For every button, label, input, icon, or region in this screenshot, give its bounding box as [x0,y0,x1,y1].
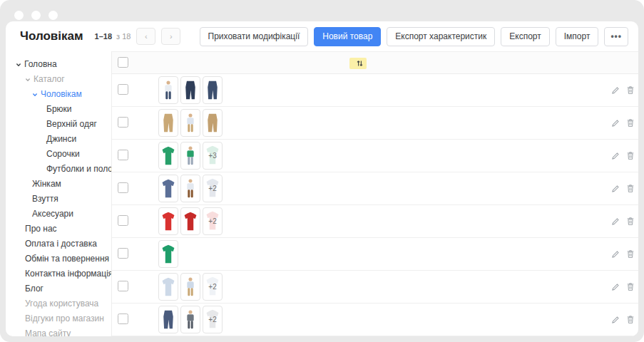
product-photo-thumb[interactable] [180,142,200,170]
sidebar-item-label: Про нас [25,224,57,234]
sidebar-item-сорочки[interactable]: Сорочки [6,146,111,161]
brand-cell [538,205,572,238]
row-checkbox[interactable] [118,248,128,259]
column-header-відображати[interactable] [469,52,503,74]
sidebar-item-угода-користувача[interactable]: Угода користувача [6,296,111,311]
sidebar-item-взуття[interactable]: Взуття [6,191,111,206]
product-photo-thumb[interactable] [158,109,178,137]
edit-icon[interactable] [611,119,620,128]
more-photos-thumb[interactable]: +2 [203,273,223,301]
sidebar-item-каталог[interactable]: Каталог [6,71,111,86]
row-checkbox[interactable] [118,314,128,324]
next-page-button[interactable]: › [161,28,180,45]
product-photo-thumb[interactable] [158,175,178,202]
product-photo-thumb[interactable] [180,207,200,235]
sidebar-item-джинси[interactable]: Джинси [6,131,111,146]
row-checkbox[interactable] [118,215,128,226]
import-button[interactable]: Імпорт [556,27,599,46]
edit-icon[interactable] [611,250,620,259]
product-photo-thumb[interactable] [158,240,178,268]
delete-icon[interactable] [626,151,635,160]
column-header-бренд[interactable] [538,52,572,74]
export-button[interactable]: Експорт [501,27,549,46]
product-photo-thumb[interactable] [158,142,178,170]
sidebar-item-label: Аксесуари [32,209,73,219]
pagination: 1–18 з 18 ‹ › [95,28,181,45]
pants-icon [160,308,176,331]
column-header-валюта[interactable] [446,52,469,74]
template-cell [572,74,615,107]
product-photo-thumb[interactable] [158,76,178,104]
more-photos-thumb[interactable]: +2 [203,175,223,202]
sidebar-item-аксесуари[interactable]: Аксесуари [6,206,111,221]
row-checkbox[interactable] [118,182,128,193]
sidebar-item-футболки-и-поло[interactable]: Футболки и поло [6,161,111,176]
sidebar-item-обмін-та-повернення[interactable]: Обмін та повернення [6,251,111,266]
product-photo-thumb[interactable] [180,109,200,137]
sort-icon[interactable] [357,60,363,67]
chevron-down-icon [16,62,21,68]
template-cell [572,304,615,336]
new-product-button[interactable]: Новий товар [314,27,381,46]
prev-page-button[interactable]: ‹ [136,28,155,45]
column-header-наявність[interactable] [503,52,538,74]
product-photo-thumb[interactable] [180,306,200,333]
more-photos-thumb[interactable]: +2 [203,207,223,235]
column-header-дата-додавання[interactable] [301,52,349,74]
product-photo-thumb[interactable] [203,76,223,104]
edit-icon[interactable] [611,217,620,226]
delete-icon[interactable] [626,282,635,291]
sidebar-item-мапа-сайту[interactable]: Мапа сайту [6,326,111,336]
currency-cell [446,271,469,304]
column-header-фото[interactable] [158,52,230,74]
delete-icon[interactable] [626,86,635,95]
product-photo-thumb[interactable] [158,306,178,333]
sidebar-item-чоловікам[interactable]: Чоловікам [6,86,111,101]
window-dot[interactable] [31,11,41,20]
sidebar-item-контактна-інформація[interactable]: Контактна інформація [6,266,111,281]
delete-icon[interactable] [626,249,635,259]
sidebar-item-про-нас[interactable]: Про нас [6,221,111,236]
sidebar-item-відгуки-про-магазин[interactable]: Відгуки про магазин [6,311,111,326]
product-photo-thumb[interactable] [158,273,178,301]
sidebar-item-блог[interactable]: Блог [6,281,111,296]
column-header-назва[interactable] [230,52,301,74]
product-photo-thumb[interactable] [180,273,200,301]
edit-icon[interactable] [611,185,620,193]
edit-icon[interactable] [611,152,620,160]
hide-modifications-button[interactable]: Приховати модифікації [200,27,309,46]
product-photo-thumb[interactable] [158,207,178,235]
sidebar-item-label: Джинси [46,134,76,144]
more-actions-button[interactable]: ••• [604,27,628,46]
edit-icon[interactable] [611,316,620,324]
product-photo-thumb[interactable] [180,175,200,202]
delete-icon[interactable] [626,184,635,193]
sidebar-item-жінкам[interactable]: Жінкам [6,176,111,191]
row-checkbox[interactable] [118,281,128,291]
more-photos-thumb[interactable]: +2 [203,306,223,333]
row-checkbox[interactable] [118,84,128,95]
column-header-розділ[interactable] [349,52,387,74]
export-characteristics-button[interactable]: Експорт характеристик [387,27,495,46]
column-header-ціна[interactable] [387,52,415,74]
row-checkbox[interactable] [118,150,128,160]
sidebar-item-оплата-і-доставка[interactable]: Оплата і доставка [6,236,111,251]
row-checkbox[interactable] [118,117,128,128]
delete-icon[interactable] [626,217,635,226]
product-photo-thumb[interactable] [203,109,223,137]
delete-icon[interactable] [626,315,635,324]
window-dot[interactable] [48,11,58,20]
edit-icon[interactable] [611,283,620,291]
sidebar-item-верхній-одяг[interactable]: Верхній одяг [6,116,111,131]
sidebar-item-головна[interactable]: Головна [6,56,111,71]
column-header-артикул[interactable] [128,52,158,74]
window-dot[interactable] [14,11,24,20]
product-photo-thumb[interactable] [180,76,200,104]
select-all-checkbox[interactable] [118,57,128,68]
column-header-стара-ціна[interactable] [415,52,446,74]
column-header-шаблон[interactable] [572,52,615,74]
sidebar-item-брюки[interactable]: Брюки [6,101,111,116]
more-photos-thumb[interactable]: +3 [203,142,223,170]
edit-icon[interactable] [611,86,620,95]
delete-icon[interactable] [626,118,635,128]
